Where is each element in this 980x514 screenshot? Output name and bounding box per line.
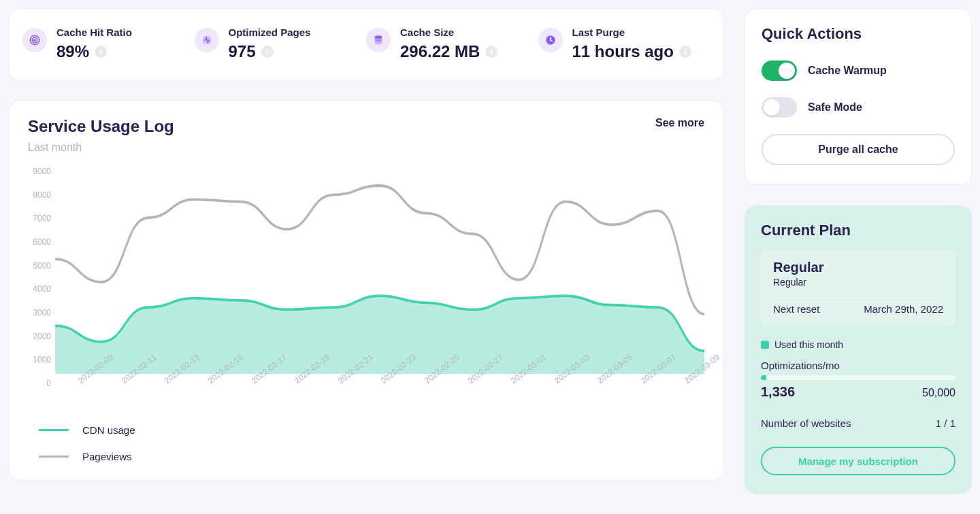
sites-value: 1 / 1	[936, 417, 956, 429]
used-this-month: Used this month	[761, 339, 956, 350]
toggle-safe-mode-row: Safe Mode	[762, 97, 955, 118]
stat-cache-hit: Cache Hit Ratio 89% i	[22, 27, 195, 61]
stat-cache-size: Cache Size 296.22 MB i	[366, 27, 538, 61]
stat-label: Optimized Pages	[229, 27, 311, 38]
info-icon[interactable]: i	[679, 46, 691, 58]
cache-warmup-toggle[interactable]	[762, 61, 797, 81]
toggle-label: Cache Warmup	[808, 65, 887, 77]
optimizations-progress	[761, 375, 956, 380]
service-usage-card: Service Usage Log Last month See more 90…	[8, 100, 724, 481]
svg-point-2	[34, 39, 35, 41]
info-icon[interactable]: i	[261, 46, 274, 58]
stat-value: 296.22 MB	[400, 42, 480, 61]
x-axis: 2022-02-092022-02-112022-02-132022-02-15…	[55, 378, 704, 388]
target-icon	[22, 28, 47, 52]
optimizations-label: Optimizations/mo	[761, 360, 956, 371]
quick-actions-card: Quick Actions Cache Warmup Safe Mode Pur…	[745, 8, 972, 185]
stat-label: Last Purge	[572, 27, 691, 38]
legend-label: CDN usage	[82, 424, 135, 436]
clock-icon	[538, 28, 563, 52]
chart-subtitle: Last month	[28, 141, 174, 154]
y-axis: 9000800070006000500040003000200010000	[28, 167, 55, 388]
legend-cdn: CDN usage	[39, 424, 704, 436]
chart-legend: CDN usage Pageviews	[28, 424, 704, 462]
used-label: Used this month	[774, 339, 843, 350]
next-reset-label: Next reset	[773, 303, 819, 315]
optimizations-total: 50,000	[922, 387, 956, 399]
sites-label: Number of websites	[761, 417, 851, 429]
stat-optimized-pages: Optimized Pages 975 i	[195, 27, 367, 61]
plan-subtitle: Regular	[773, 277, 943, 288]
stat-label: Cache Size	[400, 27, 497, 38]
info-icon[interactable]: i	[95, 46, 107, 58]
chart-plot	[55, 167, 704, 374]
stat-value: 11 hours ago	[572, 42, 674, 61]
stat-value: 89%	[56, 42, 89, 61]
legend-label: Pageviews	[82, 451, 132, 462]
toggle-cache-warmup-row: Cache Warmup	[762, 61, 955, 81]
manage-subscription-button[interactable]: Manage my subscription	[761, 447, 956, 475]
toggle-label: Safe Mode	[808, 101, 862, 114]
activity-icon	[195, 28, 219, 52]
stat-last-purge: Last Purge 11 hours ago i	[538, 27, 710, 61]
optimizations-used: 1,336	[761, 384, 795, 400]
purge-cache-button[interactable]: Purge all cache	[762, 134, 955, 165]
plan-summary: Regular Regular Next reset March 29th, 2…	[761, 250, 956, 326]
next-reset-value: March 29th, 2022	[864, 303, 943, 315]
plan-name: Regular	[773, 260, 943, 275]
quick-actions-title: Quick Actions	[762, 25, 955, 43]
stat-value: 975	[229, 42, 256, 61]
legend-swatch-icon	[39, 456, 69, 458]
safe-mode-toggle[interactable]	[762, 97, 797, 118]
see-more-link[interactable]: See more	[655, 117, 704, 129]
legend-pageviews: Pageviews	[39, 451, 704, 462]
used-swatch-icon	[761, 341, 769, 349]
info-icon[interactable]: i	[485, 46, 497, 58]
stats-card: Cache Hit Ratio 89% i Optimized Pages 97…	[8, 8, 724, 81]
current-plan-card: Current Plan Regular Regular Next reset …	[745, 205, 972, 494]
stat-label: Cache Hit Ratio	[56, 27, 132, 38]
database-icon	[366, 28, 391, 52]
legend-swatch-icon	[39, 429, 69, 431]
chart-title: Service Usage Log	[28, 117, 174, 136]
plan-title: Current Plan	[761, 222, 956, 239]
